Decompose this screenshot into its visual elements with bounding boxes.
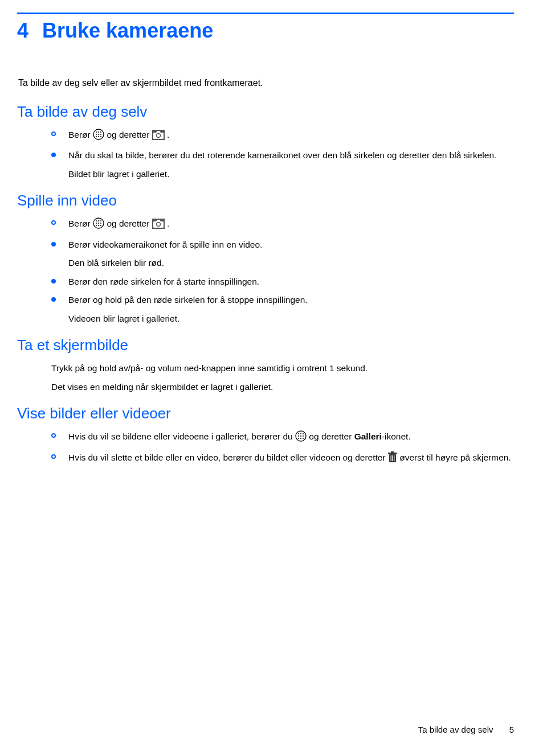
- svg-rect-41: [394, 455, 394, 461]
- bullet-solid-icon: [51, 279, 56, 284]
- list-item: Hvis du vil slette et bilde eller en vid…: [51, 451, 514, 466]
- text: Berør den røde sirkelen for å starte inn…: [68, 276, 514, 288]
- chapter-name: Bruke kameraene: [42, 19, 213, 42]
- text: Trykk på og hold av/på- og volum ned-kna…: [51, 362, 514, 375]
- text: Bildet blir lagret i galleriet.: [68, 168, 514, 180]
- text: Berør videokameraikonet for å spille inn…: [68, 239, 514, 251]
- svg-rect-40: [392, 455, 393, 461]
- svg-point-1: [96, 132, 97, 133]
- text: øverst til høyre på skjermen.: [399, 453, 511, 462]
- svg-point-4: [96, 134, 97, 135]
- bullet-solid-icon: [51, 153, 56, 157]
- all-apps-icon: [295, 430, 307, 445]
- bullet-solid-icon: [51, 242, 56, 246]
- galleri-label: Galleri: [354, 432, 382, 441]
- svg-point-31: [300, 435, 301, 437]
- list-item: Berør og hold på den røde sirkelen for å…: [51, 294, 514, 306]
- intro-text: Ta bilde av deg selv eller av skjermbild…: [18, 78, 514, 88]
- text: og deretter: [107, 130, 152, 139]
- top-rule: [17, 13, 514, 14]
- text: .: [167, 219, 169, 228]
- bullet-solid-icon: [51, 297, 56, 302]
- svg-point-22: [100, 225, 101, 226]
- text: Hvis du vil se bildene eller videoene i …: [68, 432, 295, 441]
- text: Hvis du vil slette et bilde eller en vid…: [68, 453, 388, 462]
- svg-point-20: [96, 225, 97, 226]
- svg-point-35: [303, 438, 304, 439]
- list-item: Hvis du vil se bildene eller videoene i …: [51, 430, 514, 445]
- text: Berør: [68, 130, 93, 139]
- text: og deretter: [309, 432, 354, 441]
- svg-point-29: [303, 433, 304, 434]
- svg-point-7: [96, 136, 97, 137]
- text: Videoen blir lagret i galleriet.: [68, 313, 514, 325]
- svg-rect-39: [390, 455, 391, 461]
- text: Den blå sirkelen blir rød.: [68, 257, 514, 269]
- section-ta-et-skjermbilde: Ta et skjermbilde: [17, 336, 514, 354]
- svg-point-30: [298, 435, 299, 437]
- svg-point-18: [98, 223, 99, 224]
- list-item: Berør og deretter .: [51, 217, 514, 232]
- text: Berør og hold på den røde sirkelen for å…: [68, 294, 514, 306]
- svg-point-5: [98, 134, 99, 135]
- svg-point-33: [298, 438, 299, 439]
- chapter-title: 4Bruke kameraene: [17, 19, 514, 43]
- text: og deretter: [107, 219, 152, 228]
- list-item: Når du skal ta bilde, berører du det rot…: [51, 149, 514, 162]
- svg-point-6: [100, 134, 101, 135]
- svg-point-34: [300, 438, 301, 439]
- svg-point-17: [96, 223, 97, 224]
- camera-icon: [152, 130, 165, 143]
- footer-title: Ta bilde av deg selv: [418, 725, 493, 734]
- bullet-hollow-icon: [51, 220, 56, 225]
- svg-point-14: [96, 220, 97, 221]
- section-spille-inn-video: Spille inn video: [17, 192, 514, 209]
- camera-icon: [152, 219, 165, 232]
- svg-point-28: [300, 433, 301, 434]
- svg-point-9: [100, 136, 101, 137]
- text: Når du skal ta bilde, berører du det rot…: [68, 149, 514, 162]
- svg-point-8: [98, 136, 99, 137]
- text: -ikonet.: [382, 432, 411, 441]
- svg-rect-37: [388, 453, 397, 454]
- all-apps-icon: [93, 217, 104, 232]
- svg-point-21: [98, 225, 99, 226]
- svg-rect-38: [391, 451, 394, 453]
- text: Berør: [68, 219, 93, 228]
- page-number: 5: [509, 725, 514, 734]
- svg-point-2: [98, 132, 99, 133]
- bullet-hollow-icon: [51, 433, 56, 438]
- svg-point-3: [100, 132, 101, 133]
- svg-point-27: [298, 433, 299, 434]
- section-vise-bilder-eller-videoer: Vise bilder eller videoer: [17, 405, 514, 422]
- svg-point-32: [303, 435, 304, 437]
- text: Det vises en melding når skjermbildet er…: [51, 381, 514, 393]
- list-item: Berør videokameraikonet for å spille inn…: [51, 239, 514, 251]
- page-footer: Ta bilde av deg selv 5: [418, 725, 514, 734]
- text: .: [167, 130, 169, 139]
- chapter-number: 4: [17, 19, 28, 42]
- svg-point-16: [100, 220, 101, 221]
- list-item: Berør den røde sirkelen for å starte inn…: [51, 276, 514, 288]
- bullet-hollow-icon: [51, 454, 56, 459]
- svg-point-19: [100, 223, 101, 224]
- all-apps-icon: [93, 129, 104, 143]
- svg-point-15: [98, 220, 99, 221]
- section-ta-bilde-av-deg-selv: Ta bilde av deg selv: [17, 103, 514, 121]
- bullet-hollow-icon: [51, 132, 56, 136]
- trash-icon: [388, 451, 397, 466]
- list-item: Berør og deretter .: [51, 129, 514, 143]
